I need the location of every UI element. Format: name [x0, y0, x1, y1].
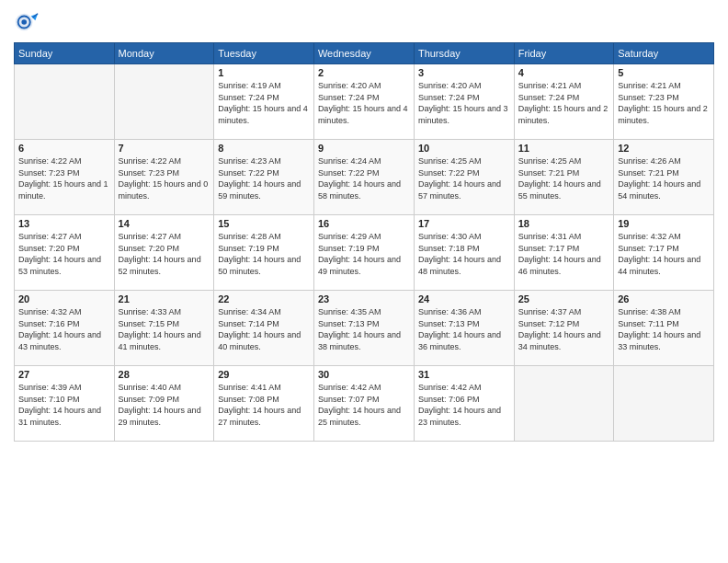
day-number: 29 — [218, 369, 310, 380]
calendar-cell — [514, 366, 614, 442]
calendar-cell: 4Sunrise: 4:21 AM Sunset: 7:24 PM Daylig… — [514, 64, 614, 140]
calendar-cell: 3Sunrise: 4:20 AM Sunset: 7:24 PM Daylig… — [414, 64, 514, 140]
weekday-header-row: SundayMondayTuesdayWednesdayThursdayFrid… — [15, 43, 714, 64]
calendar-cell: 23Sunrise: 4:35 AM Sunset: 7:13 PM Dayli… — [313, 291, 414, 366]
calendar-week-row: 6Sunrise: 4:22 AM Sunset: 7:23 PM Daylig… — [15, 140, 714, 215]
calendar-cell: 2Sunrise: 4:20 AM Sunset: 7:24 PM Daylig… — [313, 64, 414, 140]
day-info: Sunrise: 4:37 AM Sunset: 7:12 PM Dayligh… — [518, 306, 610, 352]
day-number: 11 — [518, 143, 610, 154]
weekday-header: Thursday — [414, 43, 514, 64]
day-info: Sunrise: 4:19 AM Sunset: 7:24 PM Dayligh… — [218, 80, 310, 126]
calendar-cell: 14Sunrise: 4:27 AM Sunset: 7:20 PM Dayli… — [114, 215, 214, 291]
calendar-cell: 9Sunrise: 4:24 AM Sunset: 7:22 PM Daylig… — [313, 140, 414, 215]
day-info: Sunrise: 4:30 AM Sunset: 7:18 PM Dayligh… — [418, 231, 510, 277]
day-number: 13 — [18, 218, 110, 229]
day-info: Sunrise: 4:42 AM Sunset: 7:07 PM Dayligh… — [318, 382, 410, 428]
day-number: 23 — [318, 293, 410, 304]
day-info: Sunrise: 4:31 AM Sunset: 7:17 PM Dayligh… — [518, 231, 610, 277]
calendar-cell: 15Sunrise: 4:28 AM Sunset: 7:19 PM Dayli… — [214, 215, 314, 291]
day-number: 6 — [18, 143, 110, 154]
calendar-table: SundayMondayTuesdayWednesdayThursdayFrid… — [14, 42, 714, 442]
weekday-header: Saturday — [614, 43, 714, 64]
day-number: 2 — [318, 67, 410, 78]
day-number: 7 — [119, 143, 210, 154]
svg-point-2 — [21, 19, 27, 25]
calendar-week-row: 20Sunrise: 4:32 AM Sunset: 7:16 PM Dayli… — [15, 291, 714, 366]
day-info: Sunrise: 4:32 AM Sunset: 7:16 PM Dayligh… — [18, 306, 110, 352]
day-info: Sunrise: 4:20 AM Sunset: 7:24 PM Dayligh… — [318, 80, 410, 126]
logo-icon — [14, 9, 40, 35]
calendar-cell: 11Sunrise: 4:25 AM Sunset: 7:21 PM Dayli… — [514, 140, 614, 215]
calendar-cell: 5Sunrise: 4:21 AM Sunset: 7:23 PM Daylig… — [614, 64, 714, 140]
day-info: Sunrise: 4:24 AM Sunset: 7:22 PM Dayligh… — [318, 155, 410, 201]
calendar-week-row: 1Sunrise: 4:19 AM Sunset: 7:24 PM Daylig… — [15, 64, 714, 140]
calendar-cell — [15, 64, 115, 140]
calendar-cell: 21Sunrise: 4:33 AM Sunset: 7:15 PM Dayli… — [114, 291, 214, 366]
day-info: Sunrise: 4:22 AM Sunset: 7:23 PM Dayligh… — [119, 155, 210, 201]
day-number: 1 — [218, 67, 310, 78]
day-number: 17 — [418, 218, 510, 229]
calendar-week-row: 13Sunrise: 4:27 AM Sunset: 7:20 PM Dayli… — [15, 215, 714, 291]
weekday-header: Monday — [114, 43, 214, 64]
calendar-cell: 17Sunrise: 4:30 AM Sunset: 7:18 PM Dayli… — [414, 215, 514, 291]
day-info: Sunrise: 4:33 AM Sunset: 7:15 PM Dayligh… — [119, 306, 210, 352]
calendar-cell: 31Sunrise: 4:42 AM Sunset: 7:06 PM Dayli… — [414, 366, 514, 442]
calendar-cell: 20Sunrise: 4:32 AM Sunset: 7:16 PM Dayli… — [15, 291, 115, 366]
calendar-cell: 22Sunrise: 4:34 AM Sunset: 7:14 PM Dayli… — [214, 291, 314, 366]
calendar-week-row: 27Sunrise: 4:39 AM Sunset: 7:10 PM Dayli… — [15, 366, 714, 442]
day-info: Sunrise: 4:41 AM Sunset: 7:08 PM Dayligh… — [218, 382, 310, 428]
day-number: 3 — [418, 67, 510, 78]
day-number: 28 — [119, 369, 210, 380]
day-info: Sunrise: 4:36 AM Sunset: 7:13 PM Dayligh… — [418, 306, 510, 352]
calendar-cell: 10Sunrise: 4:25 AM Sunset: 7:22 PM Dayli… — [414, 140, 514, 215]
day-info: Sunrise: 4:21 AM Sunset: 7:24 PM Dayligh… — [518, 80, 610, 126]
day-info: Sunrise: 4:22 AM Sunset: 7:23 PM Dayligh… — [18, 155, 110, 201]
day-info: Sunrise: 4:28 AM Sunset: 7:19 PM Dayligh… — [218, 231, 310, 277]
calendar-cell: 24Sunrise: 4:36 AM Sunset: 7:13 PM Dayli… — [414, 291, 514, 366]
day-info: Sunrise: 4:40 AM Sunset: 7:09 PM Dayligh… — [119, 382, 210, 428]
day-info: Sunrise: 4:34 AM Sunset: 7:14 PM Dayligh… — [218, 306, 310, 352]
day-info: Sunrise: 4:25 AM Sunset: 7:21 PM Dayligh… — [518, 155, 610, 201]
day-number: 16 — [318, 218, 410, 229]
calendar-cell: 6Sunrise: 4:22 AM Sunset: 7:23 PM Daylig… — [15, 140, 115, 215]
day-info: Sunrise: 4:29 AM Sunset: 7:19 PM Dayligh… — [318, 231, 410, 277]
day-info: Sunrise: 4:25 AM Sunset: 7:22 PM Dayligh… — [418, 155, 510, 201]
day-number: 10 — [418, 143, 510, 154]
calendar-cell — [614, 366, 714, 442]
calendar-cell: 19Sunrise: 4:32 AM Sunset: 7:17 PM Dayli… — [614, 215, 714, 291]
calendar-page: SundayMondayTuesdayWednesdayThursdayFrid… — [0, 0, 728, 563]
day-number: 14 — [119, 218, 210, 229]
calendar-cell: 12Sunrise: 4:26 AM Sunset: 7:21 PM Dayli… — [614, 140, 714, 215]
day-number: 4 — [518, 67, 610, 78]
day-info: Sunrise: 4:27 AM Sunset: 7:20 PM Dayligh… — [18, 231, 110, 277]
calendar-cell: 7Sunrise: 4:22 AM Sunset: 7:23 PM Daylig… — [114, 140, 214, 215]
calendar-cell: 29Sunrise: 4:41 AM Sunset: 7:08 PM Dayli… — [214, 366, 314, 442]
day-info: Sunrise: 4:27 AM Sunset: 7:20 PM Dayligh… — [119, 231, 210, 277]
day-number: 12 — [618, 143, 710, 154]
weekday-header: Tuesday — [214, 43, 314, 64]
day-number: 19 — [618, 218, 710, 229]
day-number: 8 — [218, 143, 310, 154]
calendar-cell: 8Sunrise: 4:23 AM Sunset: 7:22 PM Daylig… — [214, 140, 314, 215]
weekday-header: Friday — [514, 43, 614, 64]
day-number: 5 — [618, 67, 710, 78]
day-info: Sunrise: 4:32 AM Sunset: 7:17 PM Dayligh… — [618, 231, 710, 277]
day-number: 30 — [318, 369, 410, 380]
day-info: Sunrise: 4:35 AM Sunset: 7:13 PM Dayligh… — [318, 306, 410, 352]
day-number: 20 — [18, 293, 110, 304]
day-number: 26 — [618, 293, 710, 304]
day-number: 21 — [119, 293, 210, 304]
calendar-cell: 28Sunrise: 4:40 AM Sunset: 7:09 PM Dayli… — [114, 366, 214, 442]
calendar-cell: 13Sunrise: 4:27 AM Sunset: 7:20 PM Dayli… — [15, 215, 115, 291]
calendar-cell — [114, 64, 214, 140]
calendar-cell: 1Sunrise: 4:19 AM Sunset: 7:24 PM Daylig… — [214, 64, 314, 140]
day-info: Sunrise: 4:38 AM Sunset: 7:11 PM Dayligh… — [618, 306, 710, 352]
weekday-header: Sunday — [15, 43, 115, 64]
day-info: Sunrise: 4:39 AM Sunset: 7:10 PM Dayligh… — [18, 382, 110, 428]
header — [14, 9, 714, 35]
day-info: Sunrise: 4:42 AM Sunset: 7:06 PM Dayligh… — [418, 382, 510, 428]
calendar-cell: 16Sunrise: 4:29 AM Sunset: 7:19 PM Dayli… — [313, 215, 414, 291]
day-info: Sunrise: 4:21 AM Sunset: 7:23 PM Dayligh… — [618, 80, 710, 126]
day-number: 9 — [318, 143, 410, 154]
calendar-cell: 26Sunrise: 4:38 AM Sunset: 7:11 PM Dayli… — [614, 291, 714, 366]
